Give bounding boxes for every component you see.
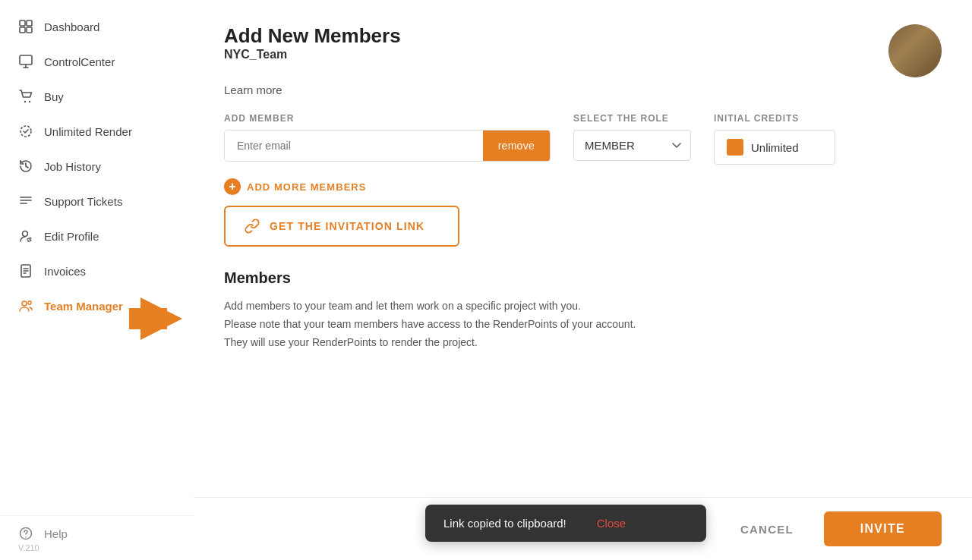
monitor-icon <box>18 54 33 69</box>
add-more-icon: + <box>224 178 241 195</box>
help-icon <box>18 526 33 541</box>
svg-point-19 <box>28 301 31 304</box>
file-icon <box>18 263 33 278</box>
add-more-row[interactable]: + ADD MORE MEMBERS <box>224 178 942 195</box>
sidebar-item-label: Invoices <box>44 265 86 278</box>
svg-point-7 <box>24 101 26 102</box>
email-input-wrapper: remove <box>224 130 551 162</box>
sidebar-item-buy[interactable]: Buy <box>0 79 194 114</box>
email-input[interactable] <box>225 131 483 161</box>
team-name: NYC_Team <box>224 48 401 61</box>
sidebar-item-label: Edit Profile <box>44 230 99 243</box>
invite-button[interactable]: INVITE <box>824 511 942 546</box>
add-member-group: ADD MEMBER remove <box>224 113 551 162</box>
history-icon <box>18 159 33 174</box>
credits-label: INITIAL CREDITS <box>714 113 835 124</box>
add-more-label: ADD MORE MEMBERS <box>247 181 366 193</box>
sidebar-item-label: Job History <box>44 160 101 173</box>
credits-color-box <box>727 139 743 156</box>
role-label: SELECT THE ROLE <box>573 113 691 124</box>
link-icon <box>244 218 260 234</box>
add-member-label: ADD MEMBER <box>224 113 551 124</box>
cancel-button[interactable]: CANCEL <box>725 514 809 545</box>
svg-rect-3 <box>27 27 32 33</box>
sidebar: Dashboard ControlCenter Buy <box>0 0 194 560</box>
main-content: Add New Members NYC_Team Learn more ADD … <box>194 0 972 560</box>
list-icon <box>18 193 33 209</box>
svg-rect-0 <box>20 20 25 26</box>
sidebar-item-label: Unlimited Render <box>44 125 132 138</box>
form-row: ADD MEMBER remove SELECT THE ROLE MEMBER… <box>224 113 942 165</box>
svg-rect-2 <box>20 27 25 33</box>
arrow-indicator <box>140 297 182 340</box>
toast-close-button[interactable]: Close <box>597 517 626 530</box>
credits-group: INITIAL CREDITS Unlimited <box>714 113 835 165</box>
circle-dashed-icon <box>18 124 33 139</box>
user-edit-icon <box>18 228 33 244</box>
sidebar-help-label: Help <box>44 527 68 540</box>
users-icon <box>18 298 33 313</box>
sidebar-item-label: Buy <box>44 90 64 103</box>
svg-rect-1 <box>27 20 32 26</box>
page-header: Add New Members NYC_Team <box>224 24 942 77</box>
svg-point-18 <box>22 301 27 306</box>
sidebar-item-label: ControlCenter <box>44 55 115 68</box>
cart-icon <box>18 89 33 104</box>
svg-point-8 <box>29 101 30 102</box>
credits-display: Unlimited <box>714 130 835 165</box>
sidebar-item-unlimited-render[interactable]: Unlimited Render <box>0 114 194 149</box>
toast-message: Link copied to clipboard! <box>443 517 566 530</box>
sidebar-item-invoices[interactable]: Invoices <box>0 253 194 288</box>
members-description: Add members to your team and let them wo… <box>224 297 942 351</box>
sidebar-item-dashboard[interactable]: Dashboard <box>0 9 194 44</box>
learn-more-link[interactable]: Learn more <box>224 83 942 96</box>
version-label: V.210 <box>18 543 39 552</box>
toast-notification: Link copied to clipboard! Close <box>425 505 706 542</box>
sidebar-item-label: Team Manager <box>44 300 123 313</box>
sidebar-item-support-tickets[interactable]: Support Tickets <box>0 184 194 219</box>
svg-rect-4 <box>20 55 32 64</box>
invitation-link-button[interactable]: GET THE INVITATION LINK <box>224 206 459 247</box>
credits-text: Unlimited <box>751 141 799 154</box>
page-title: Add New Members <box>224 24 401 48</box>
role-group: SELECT THE ROLE MEMBER ADMIN VIEWER <box>573 113 691 161</box>
role-select[interactable]: MEMBER ADMIN VIEWER <box>573 130 691 161</box>
svg-point-21 <box>25 536 27 538</box>
sidebar-item-edit-profile[interactable]: Edit Profile <box>0 219 194 253</box>
avatar <box>888 24 942 77</box>
invitation-link-label: GET THE INVITATION LINK <box>270 220 424 232</box>
members-section-title: Members <box>224 269 942 287</box>
svg-point-13 <box>23 231 28 237</box>
grid-icon <box>18 19 33 34</box>
sidebar-item-job-history[interactable]: Job History <box>0 149 194 184</box>
remove-button[interactable]: remove <box>483 131 550 161</box>
sidebar-item-label: Dashboard <box>44 20 99 33</box>
sidebar-item-controlcenter[interactable]: ControlCenter <box>0 44 194 79</box>
sidebar-item-label: Support Tickets <box>44 195 122 208</box>
